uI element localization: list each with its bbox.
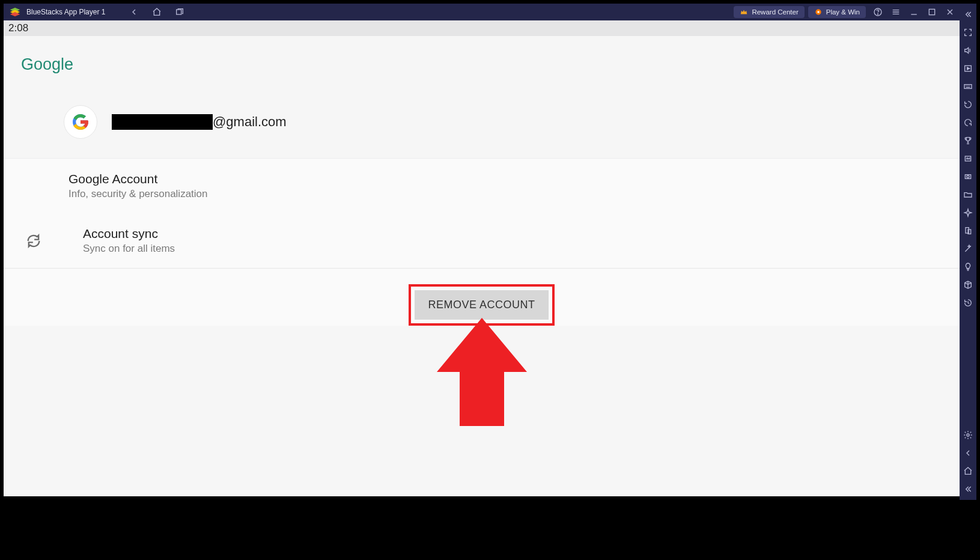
collapse-icon[interactable] bbox=[963, 484, 973, 494]
reward-center-label: Reward Center bbox=[752, 8, 798, 16]
svg-point-2 bbox=[817, 11, 820, 13]
back-icon[interactable] bbox=[129, 7, 139, 17]
trophy-icon[interactable] bbox=[963, 136, 973, 145]
google-avatar bbox=[64, 105, 97, 139]
play-box-icon[interactable] bbox=[963, 64, 973, 73]
folder-icon[interactable] bbox=[963, 190, 973, 199]
remove-account-button[interactable]: REMOVE ACCOUNT bbox=[415, 290, 548, 320]
annotation-arrow-icon bbox=[437, 318, 527, 428]
target-icon bbox=[814, 8, 823, 16]
reward-center-button[interactable]: Reward Center bbox=[734, 6, 804, 18]
fullscreen-icon[interactable] bbox=[963, 28, 973, 37]
home-icon[interactable] bbox=[152, 7, 162, 17]
play-win-label: Play & Win bbox=[826, 8, 860, 16]
play-win-button[interactable]: Play & Win bbox=[808, 6, 866, 18]
redacted-email-local bbox=[112, 114, 213, 130]
expand-toolbar-icon[interactable] bbox=[963, 10, 973, 19]
camera-target-icon[interactable] bbox=[963, 172, 973, 181]
account-email: @gmail.com bbox=[112, 114, 287, 130]
app-title: BlueStacks App Player 1 bbox=[26, 8, 105, 16]
setting-title: Google Account bbox=[68, 172, 208, 186]
maximize-icon[interactable] bbox=[927, 7, 937, 17]
airplane-icon[interactable] bbox=[963, 208, 973, 218]
setting-subtitle: Sync on for all items bbox=[83, 243, 175, 255]
crown-icon bbox=[740, 8, 748, 16]
bluestacks-side-toolbar bbox=[960, 4, 976, 500]
lightbulb-icon[interactable] bbox=[963, 262, 973, 272]
bluestacks-logo-icon bbox=[8, 5, 22, 19]
back-arrow-icon[interactable] bbox=[963, 448, 973, 458]
minimize-icon[interactable] bbox=[909, 7, 919, 17]
volume-icon[interactable] bbox=[963, 46, 973, 55]
keyboard-icon[interactable] bbox=[963, 82, 973, 91]
hamburger-icon[interactable] bbox=[891, 7, 901, 17]
rotate-ccw-icon[interactable] bbox=[963, 100, 973, 109]
sync-icon bbox=[25, 233, 42, 249]
email-domain: @gmail.com bbox=[213, 114, 287, 130]
page-title: Google bbox=[21, 55, 960, 74]
google-account-item[interactable]: Google Account Info, security & personal… bbox=[4, 159, 960, 213]
settings-content: Google @gmail.com Google Account In bbox=[4, 36, 960, 496]
status-time: 2:08 bbox=[8, 22, 28, 34]
settings-gear-icon[interactable] bbox=[963, 430, 973, 440]
recents-icon[interactable] bbox=[175, 7, 184, 17]
svg-point-13 bbox=[967, 434, 969, 436]
wand-icon[interactable] bbox=[963, 244, 973, 254]
history-icon[interactable] bbox=[963, 298, 973, 308]
setting-subtitle: Info, security & personalization bbox=[68, 188, 208, 200]
svg-point-4 bbox=[877, 14, 878, 14]
rotate-cw-icon[interactable] bbox=[963, 118, 973, 127]
svg-point-10 bbox=[967, 175, 969, 178]
devices-icon[interactable] bbox=[963, 226, 973, 236]
help-icon[interactable] bbox=[873, 7, 883, 17]
bluestacks-titlebar: BlueStacks App Player 1 Reward Center Pl… bbox=[4, 4, 960, 20]
account-header: @gmail.com bbox=[4, 90, 960, 158]
android-status-bar: 2:08 bbox=[4, 20, 960, 36]
svg-rect-0 bbox=[177, 10, 181, 14]
close-icon[interactable] bbox=[945, 7, 955, 17]
svg-rect-7 bbox=[964, 85, 972, 89]
svg-rect-5 bbox=[929, 9, 934, 14]
home-nav-icon[interactable] bbox=[963, 466, 973, 476]
cube-icon[interactable] bbox=[963, 280, 973, 290]
account-sync-item[interactable]: Account sync Sync on for all items bbox=[4, 213, 960, 268]
apk-icon[interactable] bbox=[963, 154, 973, 163]
setting-title: Account sync bbox=[83, 227, 175, 241]
